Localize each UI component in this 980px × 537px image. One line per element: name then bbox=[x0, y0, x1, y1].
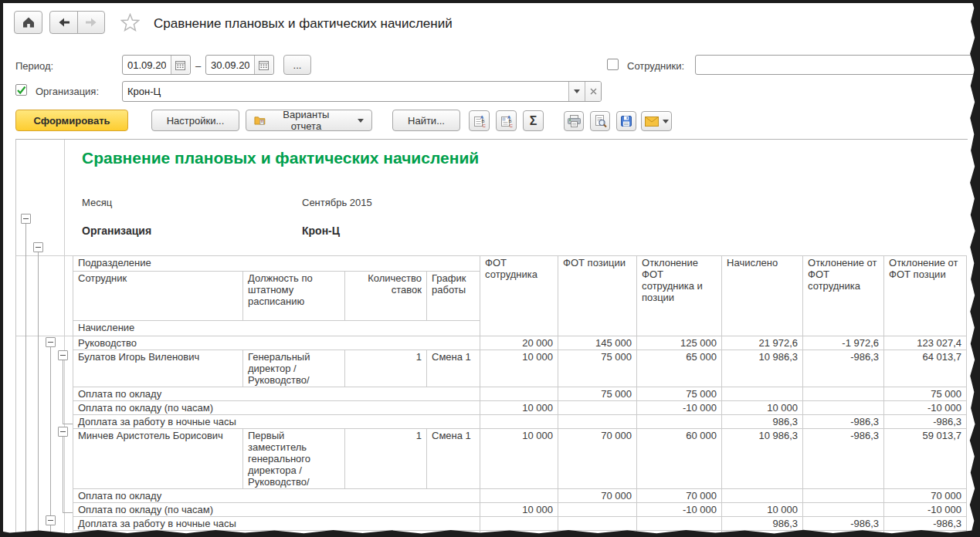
position-cell[interactable]: Первый заместитель генерального директор… bbox=[243, 429, 345, 489]
home-icon bbox=[22, 16, 36, 29]
table-row: Оплата по окладу 75 000 75 000 75 000 bbox=[73, 387, 967, 401]
header-deviation-fot[interactable]: Отклонение ФОТ сотрудника и позции bbox=[637, 256, 722, 336]
month-label: Месяц bbox=[82, 197, 112, 208]
report-area: Сравнение плановых и фактических начисле… bbox=[15, 139, 968, 537]
header-fot-position[interactable]: ФОТ позиции bbox=[558, 256, 637, 336]
position-cell[interactable]: Генеральный директор /Руководство/ bbox=[243, 350, 345, 387]
report-variants-button[interactable]: Варианты отчета bbox=[246, 110, 372, 131]
folder-report-icon bbox=[254, 115, 266, 126]
header-accrued[interactable]: Начислено bbox=[722, 256, 803, 336]
header-deviation-fot-position[interactable]: Отклонение от ФОТ позции bbox=[884, 256, 967, 336]
chevron-down-icon bbox=[574, 90, 580, 93]
date-from-field bbox=[122, 55, 191, 75]
find-button[interactable]: Найти... bbox=[392, 110, 460, 131]
envelope-icon bbox=[645, 117, 659, 127]
chevron-down-icon bbox=[663, 120, 669, 123]
header-accrual[interactable]: Начисление bbox=[73, 321, 480, 336]
report-title: Сравнение плановых и фактических начисле… bbox=[82, 149, 479, 167]
employee-cell[interactable]: Булатов Игорь Виленович bbox=[73, 350, 243, 387]
table-row: Булатов Игорь Виленович Генеральный дире… bbox=[73, 350, 967, 387]
gutter-line bbox=[16, 255, 73, 256]
settings-button[interactable]: Настройки... bbox=[151, 110, 239, 131]
collapse-group-button[interactable] bbox=[46, 515, 56, 525]
period-more-button[interactable]: ... bbox=[283, 55, 311, 75]
expand-groupings-button[interactable]: A B C bbox=[469, 110, 490, 131]
organization-dropdown-button[interactable] bbox=[568, 82, 585, 101]
table-row: Минчев Аристотель Борисович Первый замес… bbox=[73, 429, 967, 489]
schedule-cell[interactable]: Смена 1 bbox=[427, 429, 480, 489]
month-value: Сентябрь 2015 bbox=[302, 197, 372, 208]
header-department[interactable]: Подразделение bbox=[73, 256, 480, 272]
expand-groupings-icon: A B C bbox=[473, 114, 487, 128]
print-preview-button[interactable] bbox=[590, 111, 610, 131]
home-button[interactable] bbox=[14, 11, 42, 34]
rate-cell[interactable]: 1 bbox=[345, 429, 427, 489]
header-employee[interactable]: Сотрудник bbox=[73, 272, 243, 321]
table-row: Доплата за работу в ночные часы 986,3 -9… bbox=[73, 415, 967, 429]
organization-input[interactable] bbox=[123, 82, 568, 101]
favorite-star-icon[interactable] bbox=[120, 13, 140, 32]
collapse-group-button[interactable] bbox=[58, 427, 68, 437]
window-border bbox=[0, 0, 980, 3]
accrual-cell[interactable]: Оплата по окладу bbox=[73, 489, 480, 503]
report-org-value: Крон-Ц bbox=[302, 225, 340, 237]
forward-button[interactable] bbox=[77, 11, 105, 34]
header-rate[interactable]: Количество ставок bbox=[345, 272, 427, 321]
date-from-calendar-button[interactable] bbox=[171, 56, 189, 74]
save-button[interactable] bbox=[616, 111, 636, 131]
table-row: Оплата по окладу (по часам) 10 000 -10 0… bbox=[73, 503, 967, 517]
header-schedule[interactable]: График работы bbox=[427, 272, 480, 321]
report-table: Подразделение ФОТ сотрудника ФОТ позиции… bbox=[73, 255, 967, 537]
gutter-line bbox=[16, 336, 73, 336]
back-button[interactable] bbox=[49, 11, 78, 34]
schedule-cell[interactable]: Смена 1 bbox=[427, 350, 480, 387]
table-row: Доплата за работу в ночные часы 986,3 -9… bbox=[73, 517, 967, 531]
back-arrow-icon bbox=[58, 17, 70, 28]
employee-cell[interactable]: Минчев Аристотель Борисович bbox=[73, 429, 243, 489]
group-cell[interactable]: Руководство bbox=[73, 336, 480, 350]
tree-stem bbox=[38, 252, 39, 537]
app-window: Сравнение плановых и фактических начисле… bbox=[0, 0, 980, 537]
tree-stem bbox=[63, 424, 73, 424]
send-email-button[interactable] bbox=[641, 111, 672, 131]
print-preview-icon bbox=[594, 115, 607, 128]
collapse-group-button[interactable] bbox=[21, 214, 31, 224]
period-dash: – bbox=[195, 60, 201, 72]
header-deviation-fot-employee[interactable]: Отклонение от ФОТ сотрудника bbox=[803, 256, 884, 336]
accrual-cell[interactable]: Доплата за работу в ночные часы bbox=[73, 415, 480, 429]
print-button[interactable] bbox=[564, 111, 584, 131]
collapse-group-button[interactable] bbox=[33, 242, 43, 252]
date-to-input[interactable] bbox=[206, 56, 254, 74]
date-from-input[interactable] bbox=[123, 56, 171, 74]
accrual-cell[interactable]: Доплата за работу в ночные часы bbox=[73, 517, 480, 531]
header-position[interactable]: Должность по штатному расписанию bbox=[243, 272, 345, 321]
page-title: Сравнение плановых и фактических начисле… bbox=[154, 16, 453, 32]
organization-clear-button[interactable] bbox=[585, 82, 601, 101]
employees-checkbox[interactable] bbox=[607, 59, 619, 70]
date-to-calendar-button[interactable] bbox=[254, 56, 273, 74]
collapse-groupings-button[interactable]: A B C bbox=[496, 110, 517, 131]
collapse-group-button[interactable] bbox=[58, 350, 68, 360]
table-row: Руководство 20 000 145 000 125 000 21 97… bbox=[73, 336, 967, 350]
accrual-cell[interactable]: Оплата по окладу (по часам) bbox=[73, 401, 480, 415]
organization-field bbox=[122, 81, 602, 102]
floppy-save-icon bbox=[620, 115, 632, 127]
chevron-down-icon bbox=[358, 119, 364, 123]
autosum-button[interactable]: Σ bbox=[523, 110, 544, 131]
header-fot-employee[interactable]: ФОТ сотрудника bbox=[480, 256, 558, 336]
organization-checkbox[interactable] bbox=[15, 84, 27, 96]
employees-input[interactable] bbox=[696, 56, 974, 74]
accrual-cell[interactable]: Оплата по окладу (по часам) bbox=[73, 503, 480, 517]
generate-button[interactable]: Сформировать bbox=[15, 110, 128, 131]
employees-field bbox=[695, 55, 975, 75]
calendar-icon bbox=[259, 60, 269, 70]
svg-text:C: C bbox=[482, 123, 486, 127]
tree-stem bbox=[63, 437, 63, 512]
report-variants-label: Варианты отчета bbox=[270, 109, 343, 132]
collapse-group-button[interactable] bbox=[46, 337, 56, 347]
tree-stem bbox=[63, 360, 63, 424]
organization-label: Организация: bbox=[36, 86, 99, 97]
accrual-cell[interactable]: Оплата по окладу bbox=[73, 387, 480, 401]
svg-text:C: C bbox=[509, 123, 513, 127]
rate-cell[interactable]: 1 bbox=[345, 350, 427, 387]
